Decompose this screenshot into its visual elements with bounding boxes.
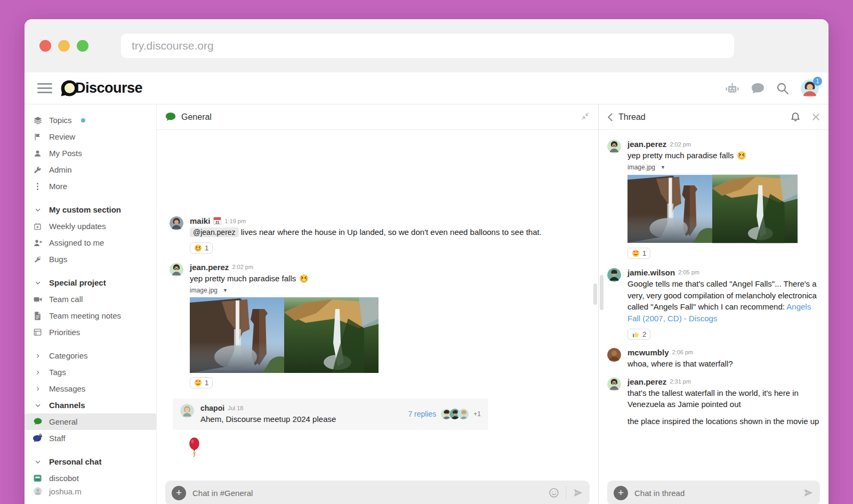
- chevron-down-icon: ▼: [661, 165, 665, 170]
- sidebar-section-channels[interactable]: Channels: [25, 397, 156, 413]
- chat-bubble-icon[interactable]: [751, 83, 765, 94]
- discourse-logo[interactable]: Discourse: [60, 79, 142, 98]
- message-text-2: the place inspired the locations shown i…: [627, 416, 820, 427]
- message-text: lives near where the house in Up landed,…: [241, 227, 542, 237]
- message-author[interactable]: jamie.wilson: [627, 268, 675, 277]
- sidebar-item-messages[interactable]: Messages: [25, 380, 156, 397]
- avatar-jean-perez[interactable]: [607, 140, 621, 153]
- thread-scrollbar[interactable]: [600, 275, 603, 310]
- user-avatar[interactable]: 1: [801, 79, 819, 97]
- plus-icon[interactable]: +: [614, 486, 628, 500]
- sidebar-item-admin[interactable]: Admin: [25, 161, 156, 178]
- wrench-icon: [33, 166, 42, 174]
- close-icon[interactable]: [812, 113, 820, 121]
- section-title: My custom section: [49, 205, 121, 214]
- waterfall-image-angel-falls[interactable]: [712, 174, 798, 243]
- channel-message-input[interactable]: [192, 489, 542, 498]
- sidebar-section-personal-chat[interactable]: Personal chat: [25, 453, 156, 470]
- sidebar-item-assigned-to-me[interactable]: Assigned to me: [25, 234, 156, 251]
- bell-icon[interactable]: [791, 112, 800, 122]
- sidebar-item-tags[interactable]: Tags: [25, 364, 156, 380]
- avatar-jean-perez[interactable]: [170, 263, 183, 277]
- sidebar-item-channel-general[interactable]: General: [25, 413, 156, 430]
- sidebar-item-label: Admin: [49, 165, 72, 174]
- thread-message-input[interactable]: [634, 489, 796, 498]
- close-window-button[interactable]: [39, 40, 51, 52]
- attachment-toggle[interactable]: image.jpg ▼: [190, 287, 585, 294]
- waterfall-image-angel-falls[interactable]: [284, 297, 379, 373]
- channel-scrollbar[interactable]: [593, 283, 597, 305]
- waterfall-image-up-movie[interactable]: [627, 174, 712, 243]
- sidebar-item-label: Priorities: [49, 328, 80, 337]
- sidebar-section-my-custom[interactable]: My custom section: [25, 201, 156, 218]
- sidebar-item-review[interactable]: Review: [25, 128, 156, 145]
- search-icon[interactable]: [776, 82, 789, 95]
- sidebar-item-label: Topics: [49, 116, 72, 125]
- sidebar-item-channel-staff[interactable]: Staff: [25, 430, 156, 446]
- message-author[interactable]: jean.perez: [190, 263, 229, 272]
- sidebar-item-joshua[interactable]: joshua.m: [25, 486, 156, 496]
- reaction-thumbs-up[interactable]: 2: [627, 329, 650, 340]
- thread-author[interactable]: chapoi: [200, 404, 224, 412]
- plus-icon[interactable]: +: [172, 486, 186, 500]
- sidebar-item-priorities[interactable]: Priorities: [25, 324, 156, 340]
- channel-panel: General maiki 21: [156, 104, 598, 504]
- thread-replies-link[interactable]: 7 replies: [408, 410, 436, 418]
- reaction-heart-eyes[interactable]: 1: [627, 248, 650, 259]
- thread-participants: [440, 408, 469, 420]
- sidebar-section-special-project[interactable]: Special project: [25, 274, 156, 291]
- message-author[interactable]: maiki: [190, 216, 210, 225]
- reaction-heart-eyes[interactable]: 1: [190, 377, 213, 388]
- channel-composer: +: [165, 481, 590, 504]
- avatar-maiki[interactable]: [170, 216, 183, 230]
- reaction-laughing[interactable]: 1: [190, 242, 213, 254]
- sidebar-item-my-posts[interactable]: My Posts: [25, 145, 156, 161]
- message-author[interactable]: mcwumbly: [627, 348, 669, 357]
- send-icon[interactable]: [573, 487, 583, 498]
- browser-window: try.discourse.org Discourse: [25, 19, 828, 504]
- thread-preview-card[interactable]: chapoi Jul 18 Ahem, Discourse meetup 202…: [173, 399, 488, 430]
- message-author[interactable]: jean.perez: [627, 140, 666, 149]
- sidebar-item-team-meeting-notes[interactable]: Team meeting notes: [25, 307, 156, 324]
- message-text: whoa, where is that waterfall?: [627, 358, 820, 370]
- avatar-mcwumbly[interactable]: [607, 348, 621, 362]
- message-author[interactable]: jean.perez: [627, 377, 666, 386]
- chat-message-jean-perez: jean.perez 2:02 pm yep pretty much parad…: [157, 261, 598, 391]
- shrink-icon[interactable]: [581, 112, 590, 123]
- user-mention[interactable]: @jean.perez: [190, 227, 239, 237]
- attachment-images[interactable]: [627, 174, 820, 243]
- layers-icon: [33, 116, 42, 125]
- attachment-images[interactable]: [190, 297, 585, 373]
- thread-composer: +: [607, 481, 820, 504]
- sidebar-item-team-call[interactable]: Team call: [25, 291, 156, 307]
- calendar-emoji: 21: [213, 217, 221, 225]
- attachment-name: image.jpg: [627, 164, 655, 171]
- balloon-emoji: [188, 437, 201, 460]
- sidebar-item-categories[interactable]: Categories: [25, 347, 156, 364]
- sidebar-item-discobot[interactable]: discobot: [25, 470, 156, 486]
- sidebar-item-more[interactable]: More: [25, 178, 156, 194]
- sidebar-item-label: Team meeting notes: [49, 311, 121, 320]
- thread-message-list[interactable]: jean.perez 2:02 pm yep pretty much parad…: [599, 130, 828, 481]
- discobot-icon: [33, 474, 42, 483]
- sidebar-item-label: Weekly updates: [49, 222, 106, 231]
- sidebar-item-topics[interactable]: Topics: [25, 112, 156, 128]
- channel-title: General: [181, 112, 212, 122]
- zoom-window-button[interactable]: [77, 40, 88, 52]
- minimize-window-button[interactable]: [58, 40, 70, 52]
- chevron-left-icon[interactable]: [607, 113, 613, 121]
- avatar-jamie-wilson[interactable]: [607, 268, 621, 282]
- sidebar-item-weekly-updates[interactable]: Weekly updates: [25, 218, 156, 234]
- sidebar-item-bugs[interactable]: Bugs: [25, 251, 156, 267]
- address-bar[interactable]: try.discourse.org: [121, 34, 734, 58]
- send-icon[interactable]: [803, 487, 814, 498]
- channel-message-list[interactable]: maiki 21 1:19 pm @jean.perez lives near …: [157, 130, 598, 481]
- chevron-down-icon: ▼: [223, 288, 228, 293]
- attachment-toggle[interactable]: image.jpg ▼: [627, 164, 820, 171]
- avatar-jean-perez[interactable]: [607, 377, 621, 391]
- avatar-chapoi[interactable]: [180, 404, 194, 418]
- waterfall-image-up-movie[interactable]: [190, 297, 284, 373]
- robot-icon[interactable]: [725, 82, 739, 95]
- smiley-icon[interactable]: [549, 487, 559, 498]
- hamburger-menu-icon[interactable]: [37, 83, 52, 93]
